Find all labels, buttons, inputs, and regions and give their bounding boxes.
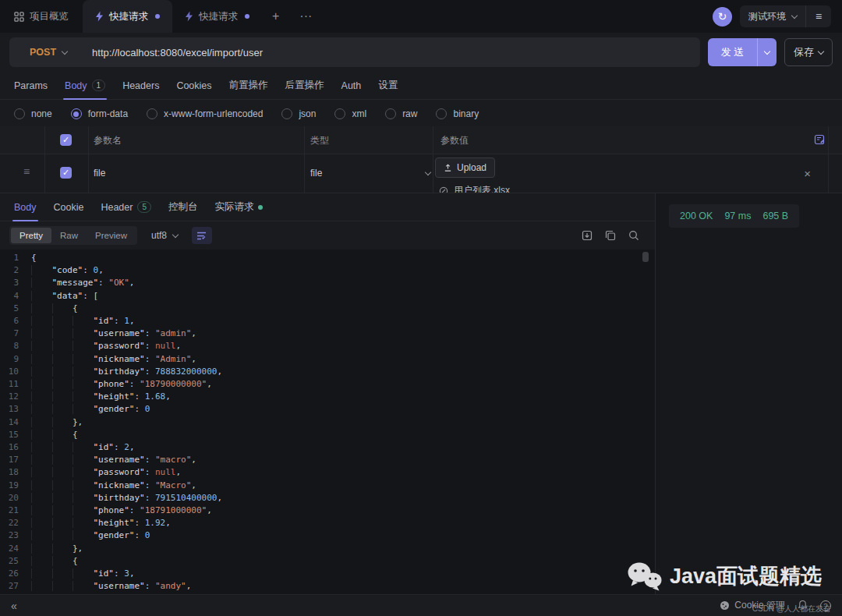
- tab-params[interactable]: Params: [14, 72, 48, 100]
- view-preview-button[interactable]: Preview: [87, 228, 136, 243]
- radio-label: form-data: [88, 108, 128, 119]
- tab-label: 控制台: [168, 200, 198, 214]
- new-tab-button[interactable]: +: [262, 0, 289, 33]
- radio-form-data[interactable]: form-data: [71, 108, 128, 119]
- tab-post-actions[interactable]: 后置操作: [285, 72, 324, 100]
- code-line: 15 {: [0, 429, 655, 441]
- environment-selector[interactable]: 测试环境: [740, 10, 805, 23]
- params-table: ✓ 参数名 类型 参数值 ≡ ✓ file file Upload 用户列表.x…: [0, 126, 842, 193]
- line-number: 3: [0, 277, 31, 289]
- bottom-status-bar: « Cookie 管理 ?: [0, 594, 842, 616]
- drag-handle-icon[interactable]: ≡: [23, 165, 29, 178]
- radio-json[interactable]: json: [281, 108, 316, 119]
- line-number: 18: [0, 466, 31, 479]
- code-text: "height": 1.68,: [31, 391, 171, 403]
- line-number: 22: [0, 517, 31, 529]
- send-button[interactable]: 发 送: [708, 38, 777, 66]
- tab-label: Header: [101, 202, 133, 213]
- sync-button[interactable]: ↻: [713, 7, 732, 27]
- radio-binary[interactable]: binary: [436, 108, 479, 119]
- tab-label: Cookies: [176, 80, 211, 91]
- line-number: 25: [0, 555, 31, 568]
- resp-tab-header[interactable]: Header 5: [101, 193, 151, 221]
- row-checkbox[interactable]: ✓: [60, 167, 72, 179]
- code-line: 16 "id": 2,: [0, 441, 655, 454]
- url-input[interactable]: [72, 47, 700, 58]
- line-number: 6: [0, 315, 31, 327]
- code-text: },: [31, 416, 83, 429]
- cookie-icon: [720, 600, 730, 611]
- request-tab-2[interactable]: 快捷请求: [172, 0, 262, 33]
- code-line: 22 "height": 1.92,: [0, 517, 655, 529]
- cookie-manager-button[interactable]: Cookie 管理: [720, 599, 785, 612]
- code-line: 25 {: [0, 555, 655, 568]
- line-number: 21: [0, 504, 31, 517]
- chevron-down-icon: [818, 48, 824, 55]
- top-tab-bar: 项目概览 快捷请求 快捷请求 + ··· ↻ 测试环境 ≡: [0, 0, 842, 33]
- line-number: 27: [0, 580, 31, 593]
- tab-label: 后置操作: [285, 79, 324, 92]
- radio-none[interactable]: none: [14, 108, 52, 119]
- project-overview-tab[interactable]: 项目概览: [0, 0, 83, 33]
- code-line: 27 "username": "andy",: [0, 580, 655, 593]
- tab-label: Params: [14, 80, 48, 91]
- resp-tab-console[interactable]: 控制台: [168, 193, 198, 221]
- tab-auth[interactable]: Auth: [341, 72, 362, 100]
- uploaded-file-item[interactable]: 用户列表.xlsx: [439, 184, 510, 193]
- resp-tab-actual-request[interactable]: 实际请求: [214, 193, 263, 221]
- line-number: 4: [0, 290, 31, 303]
- project-overview-label: 项目概览: [30, 10, 69, 23]
- tab-body[interactable]: Body 1: [65, 72, 105, 100]
- tab-label: 实际请求: [214, 200, 253, 214]
- tab-list-button[interactable]: ···: [289, 0, 322, 33]
- line-number: 10: [0, 366, 31, 378]
- resp-tab-body[interactable]: Body: [14, 193, 37, 221]
- save-button[interactable]: 保存: [784, 38, 833, 66]
- request-bar: POST 发 送 保存: [0, 33, 842, 72]
- code-lines: 1{2 "code": 0,3 "message": "OK",4 "data"…: [0, 252, 655, 593]
- notifications-button[interactable]: [798, 600, 808, 612]
- code-line: 6 "id": 1,: [0, 315, 655, 327]
- copy-button[interactable]: [605, 230, 616, 241]
- response-meta-panel: 200 OK 97 ms 695 B: [656, 193, 842, 594]
- param-name-cell[interactable]: file: [94, 168, 105, 179]
- upload-button[interactable]: Upload: [435, 158, 495, 178]
- view-raw-button[interactable]: Raw: [51, 228, 87, 243]
- help-button[interactable]: ?: [820, 600, 831, 611]
- table-header: ✓ 参数名 类型 参数值: [0, 126, 842, 154]
- word-wrap-button[interactable]: [192, 227, 212, 244]
- env-manage-button[interactable]: ≡: [806, 10, 831, 23]
- param-type-select[interactable]: file: [310, 168, 417, 179]
- line-number: 23: [0, 529, 31, 542]
- send-options-button[interactable]: [758, 49, 777, 55]
- response-body-code[interactable]: 1{2 "code": 0,3 "message": "OK",4 "data"…: [0, 250, 655, 594]
- radio-raw[interactable]: raw: [385, 108, 417, 119]
- resp-tab-cookie[interactable]: Cookie: [54, 193, 84, 221]
- tab-cookies[interactable]: Cookies: [176, 72, 211, 100]
- code-text: "height": 1.92,: [31, 517, 171, 529]
- delete-row-icon[interactable]: ×: [804, 167, 811, 180]
- lightning-icon: [95, 11, 104, 22]
- line-number: 19: [0, 480, 31, 492]
- tab-headers[interactable]: Headers: [122, 72, 159, 100]
- select-all-checkbox[interactable]: ✓: [60, 134, 72, 146]
- response-size: 695 B: [762, 211, 788, 221]
- batch-edit-icon[interactable]: [814, 134, 825, 147]
- request-tab-active[interactable]: 快捷请求: [83, 0, 172, 33]
- search-icon[interactable]: [628, 230, 639, 241]
- radio-xml[interactable]: xml: [334, 108, 366, 119]
- encoding-selector[interactable]: utf8: [151, 230, 178, 241]
- radio-label: xml: [352, 108, 366, 119]
- code-line: 7 "username": "admin",: [0, 327, 655, 340]
- tab-settings[interactable]: 设置: [378, 72, 398, 100]
- download-button[interactable]: [582, 230, 593, 241]
- collapse-sidebar-button[interactable]: «: [11, 600, 17, 612]
- code-line: 9 "nickname": "Admin",: [0, 353, 655, 366]
- method-selector[interactable]: POST: [9, 47, 72, 58]
- file-name: 用户列表.xlsx: [454, 184, 510, 193]
- tab-pre-actions[interactable]: 前置操作: [229, 72, 268, 100]
- vertical-scrollbar[interactable]: [642, 252, 649, 262]
- radio-x-www-form-urlencoded[interactable]: x-www-form-urlencoded: [147, 108, 263, 119]
- code-text: "username": "macro",: [31, 454, 196, 466]
- view-pretty-button[interactable]: Pretty: [11, 228, 51, 243]
